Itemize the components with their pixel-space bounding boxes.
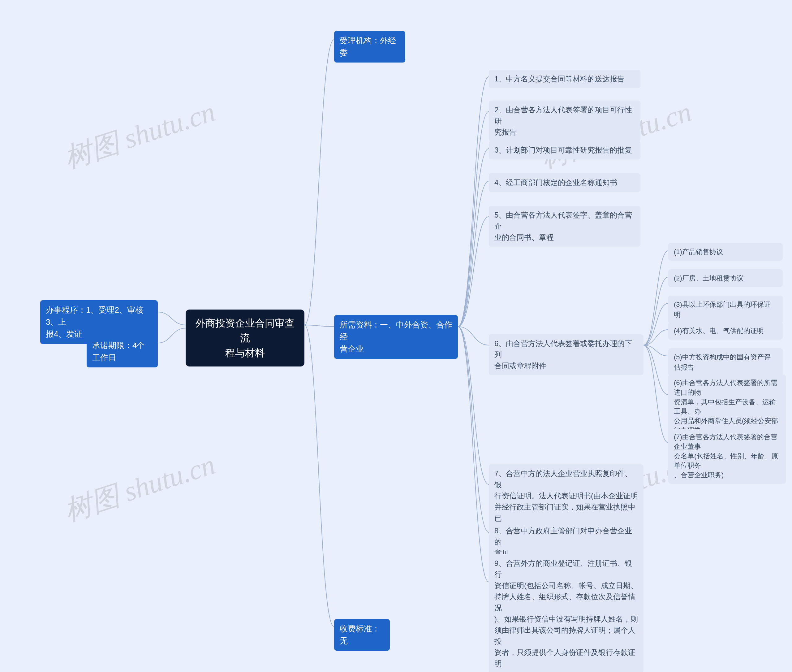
root-line2: 程与材料	[194, 346, 296, 360]
left-deadline[interactable]: 承诺期限：4个工作日	[87, 336, 158, 367]
materials-item-1[interactable]: 1、中方名义提交合同等材料的送达报告	[489, 70, 640, 88]
materials-item-2[interactable]: 2、由合营各方法人代表签署的项目可行性研 究报告	[489, 101, 640, 141]
m7-l3: 并经行政主管部门证实，如果在营业执照中已	[494, 501, 638, 524]
m6-sub-3[interactable]: (3)县以上环保部门出具的环保证明	[668, 296, 783, 323]
m2-l1: 2、由合营各方法人代表签署的项目可行性研	[494, 104, 635, 126]
s6-l2: 资清单，其中包括生产设备、运输工具、办	[674, 397, 780, 417]
m6-l2: 合同或章程附件	[494, 360, 638, 371]
materials-item-4[interactable]: 4、经工商部门核定的企业名称通知书	[489, 173, 640, 192]
s6-l1: (6)由合营各方法人代表签署的所需进口的物	[674, 378, 780, 397]
s7-l1: (7)由合营各方法人代表签署的合营企业董事	[674, 432, 780, 451]
m6-sub-7[interactable]: (7)由合营各方法人代表签署的合营企业董事 会名单(包括姓名、性别、年龄、原单位…	[668, 429, 786, 484]
m6-sub-2[interactable]: (2)厂房、土地租赁协议	[668, 269, 783, 287]
branch-materials-l2: 营企业	[340, 343, 452, 355]
m6-sub-1[interactable]: (1)产品销售协议	[668, 243, 783, 261]
root-node[interactable]: 外商投资企业合同审查流 程与材料	[186, 310, 305, 366]
m5-l2: 业的合同书、章程	[494, 232, 635, 243]
m6-l1: 6、由合营方法人代表签署或委托办理的下列	[494, 338, 638, 360]
materials-item-9[interactable]: 9、合营外方的商业登记证、注册证书、银行 资信证明(包括公司名称、帐号、成立日期…	[489, 554, 644, 672]
m7-l1: 7、合营中方的法人企业营业执照复印件、银	[494, 468, 638, 490]
watermark: 树图 shutu.cn	[59, 93, 220, 177]
s7-l2: 会名单(包括姓名、性别、年龄、原单位职务	[674, 451, 780, 471]
left-procedure-l1: 办事程序：1、受理2、审核3、上	[46, 304, 152, 328]
root-line1: 外商投资企业合同审查流	[194, 316, 296, 346]
m9-l2: 资信证明(包括公司名称、帐号、成立日期、	[494, 580, 638, 591]
m9-l1: 9、合营外方的商业登记证、注册证书、银行	[494, 558, 638, 580]
m9-l4: )。如果银行资信中没有写明持牌人姓名，则	[494, 613, 638, 625]
m6-sub-4[interactable]: (4)有关水、电、气供配的证明	[668, 322, 783, 339]
m9-l5: 须由律师出具该公司的持牌人证明；属个人投	[494, 625, 638, 647]
branch-org[interactable]: 受理机构：外经委	[334, 31, 405, 62]
m9-l6: 资者，只须提供个人身份证件及银行存款证明	[494, 647, 638, 669]
materials-item-6[interactable]: 6、由合营方法人代表签署或委托办理的下列 合同或章程附件	[489, 334, 644, 375]
m2-l2: 究报告	[494, 126, 635, 138]
watermark: 树图 shutu.cn	[59, 446, 220, 530]
m5-l1: 5、由合营各方法人代表签字、盖章的合营企	[494, 210, 635, 232]
m8-l1: 8、合营中方政府主管部门对申办合营企业的	[494, 525, 638, 547]
s7-l3: 、合营企业职务)	[674, 470, 780, 480]
m9-l3: 持牌人姓名、组织形式、存款位次及信誉情况	[494, 591, 638, 613]
m6-sub-5[interactable]: (5)中方投资构成中的国有资产评估报告	[668, 348, 783, 376]
materials-item-3[interactable]: 3、计划部门对项目可靠性研究报告的批复	[489, 141, 640, 159]
branch-materials[interactable]: 所需资料：一、中外合资、合作经 营企业	[334, 315, 458, 359]
branch-materials-l1: 所需资料：一、中外合资、合作经	[340, 319, 452, 343]
branch-fee[interactable]: 收费标准：无	[334, 619, 390, 651]
materials-item-5[interactable]: 5、由合营各方法人代表签字、盖章的合营企 业的合同书、章程	[489, 206, 640, 247]
m7-l2: 行资信证明。法人代表证明书(由本企业证明	[494, 490, 638, 501]
